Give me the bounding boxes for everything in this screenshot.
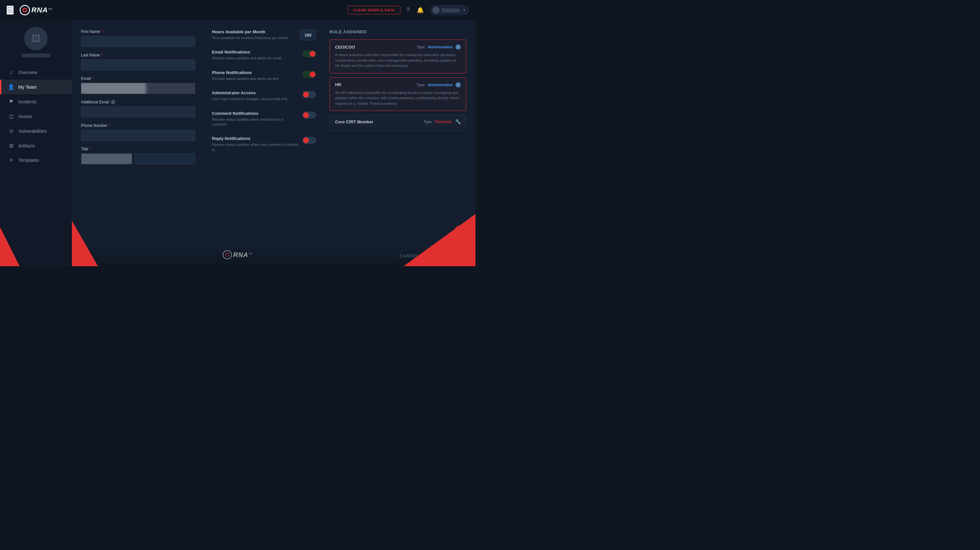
role-type-label: Type: bbox=[423, 120, 432, 124]
logo-icon bbox=[20, 5, 30, 15]
sidebar-username bbox=[21, 54, 51, 57]
admin-access-desc: Can make extensive changes, versus read-… bbox=[212, 97, 299, 101]
role-name: HR bbox=[335, 82, 341, 87]
title-group: Title * bbox=[81, 147, 195, 165]
sidebar-item-label: Artifacts bbox=[18, 143, 35, 149]
phone-notif-toggle[interactable] bbox=[302, 71, 316, 78]
role-info-icon[interactable]: i bbox=[455, 82, 461, 87]
hours-title: Hours Available per Month bbox=[212, 29, 300, 34]
artifacts-icon: ⊞ bbox=[8, 143, 14, 149]
sidebar-item-label: Overview bbox=[18, 70, 37, 75]
last-name-input[interactable] bbox=[81, 59, 195, 70]
templates-icon: ≡ bbox=[8, 157, 14, 163]
toggle-thumb bbox=[310, 71, 315, 77]
reply-notif-info: Reply Notifications Receive status updat… bbox=[212, 136, 299, 152]
clear-sample-data-button[interactable]: CLEAR SAMPLE DATA bbox=[348, 6, 400, 14]
sidebar-accent bbox=[0, 227, 20, 266]
last-name-group: Last Name * bbox=[81, 53, 195, 70]
user-menu[interactable]: ▓▓▓▓▓▓▓ ▾ bbox=[430, 5, 469, 15]
phone-notifications-row: Phone Notifications Receive status updat… bbox=[212, 70, 316, 81]
toggle-thumb bbox=[303, 112, 309, 118]
logo-tm: TM bbox=[48, 7, 52, 10]
role-type-value: Administrative bbox=[428, 83, 453, 87]
sidebar: 🖼 ⌂ Overview 👤 My Team ⚑ Incidents ◫ Ass… bbox=[0, 20, 72, 266]
additional-email-label: Additional Email i bbox=[81, 100, 195, 105]
toggle-track bbox=[302, 91, 316, 98]
email-notif-title: Email Notifications bbox=[212, 49, 299, 54]
first-name-group: First Name * bbox=[81, 29, 195, 47]
role-desc: An HR individual responsible for coordin… bbox=[335, 90, 461, 106]
comment-notif-title: Comment Notifications bbox=[212, 111, 299, 116]
sidebar-item-label: Templates bbox=[18, 158, 39, 163]
role-desc: A senior business executive responsible … bbox=[335, 52, 461, 68]
sidebar-item-label: Assets bbox=[18, 114, 32, 119]
title-input-left[interactable] bbox=[81, 153, 132, 165]
comment-notif-desc: Receive status updates when mentioned in… bbox=[212, 117, 299, 127]
assets-icon: ◫ bbox=[8, 113, 14, 119]
admin-access-info: Administrator Access Can make extensive … bbox=[212, 90, 299, 101]
navbar-right: CLEAR SAMPLE DATA ? 🔔 ▓▓▓▓▓▓▓ ▾ bbox=[348, 5, 469, 15]
additional-email-info-icon[interactable]: i bbox=[111, 100, 115, 105]
sidebar-nav: ⌂ Overview 👤 My Team ⚑ Incidents ◫ Asset… bbox=[0, 65, 72, 167]
hours-info: Hours Available per Month Time available… bbox=[212, 29, 300, 40]
additional-email-input[interactable] bbox=[81, 106, 195, 117]
required-marker: * bbox=[102, 53, 103, 57]
form-column: First Name * Last Name * Email * bbox=[81, 29, 205, 245]
required-marker: * bbox=[92, 76, 94, 81]
admin-access-toggle[interactable] bbox=[302, 91, 316, 98]
toggle-thumb bbox=[303, 92, 309, 98]
update-button[interactable]: UPDATE bbox=[429, 250, 466, 262]
help-button[interactable]: ? bbox=[405, 5, 411, 15]
email-notif-info: Email Notifications Receive status updat… bbox=[212, 49, 299, 61]
phone-notif-info: Phone Notifications Receive status updat… bbox=[212, 70, 299, 81]
phone-number-input[interactable] bbox=[81, 130, 195, 141]
sidebar-item-overview[interactable]: ⌂ Overview bbox=[0, 65, 72, 79]
role-name: Core CIRT Member bbox=[335, 119, 373, 124]
fade-overlay bbox=[330, 124, 466, 131]
title-input-right[interactable] bbox=[135, 153, 195, 165]
email-group: Email * bbox=[81, 76, 195, 94]
role-type-label: Type: bbox=[417, 83, 425, 87]
cancel-button[interactable]: CANCEL bbox=[393, 251, 425, 261]
notifications-column: Hours Available per Month Time available… bbox=[205, 29, 323, 245]
reply-notifications-row: Reply Notifications Receive status updat… bbox=[212, 136, 316, 152]
comment-notif-toggle[interactable] bbox=[302, 112, 316, 119]
role-card-header: Core CIRT Member Type: Technical 🔧 bbox=[335, 119, 461, 124]
email-blur bbox=[81, 83, 195, 94]
role-card-header: CEO/COO Type: Administrative i bbox=[335, 44, 461, 49]
sidebar-item-assets[interactable]: ◫ Assets bbox=[0, 109, 72, 124]
reply-notif-title: Reply Notifications bbox=[212, 136, 299, 141]
toggle-track bbox=[302, 71, 316, 78]
toggle-thumb bbox=[303, 137, 309, 143]
reply-notif-toggle[interactable] bbox=[302, 137, 316, 144]
hamburger-menu-button[interactable]: ☰ bbox=[6, 6, 14, 15]
hours-value[interactable]: 160 bbox=[300, 29, 316, 40]
role-info-icon[interactable]: i bbox=[455, 44, 461, 49]
notifications-button[interactable]: 🔔 bbox=[415, 5, 425, 15]
email-notif-toggle[interactable] bbox=[302, 50, 316, 57]
sidebar-item-incidents[interactable]: ⚑ Incidents bbox=[0, 94, 72, 109]
navbar: ☰ RNATM CLEAR SAMPLE DATA ? 🔔 ▓▓▓▓▓▓▓ ▾ bbox=[0, 0, 476, 20]
sidebar-item-label: Vulnerabilities bbox=[18, 128, 47, 134]
sidebar-item-my-team[interactable]: 👤 My Team bbox=[0, 79, 72, 94]
avatar-icon: 🖼 bbox=[31, 33, 40, 44]
title-label: Title * bbox=[81, 147, 195, 151]
toggle-track bbox=[302, 137, 316, 144]
user-dropdown-icon: ▾ bbox=[463, 8, 465, 12]
chat-button[interactable]: 💬 bbox=[454, 225, 469, 240]
first-name-input[interactable] bbox=[81, 36, 195, 47]
roles-column: Role Assigned CEO/COO Type: Administrati… bbox=[323, 29, 466, 245]
sidebar-item-vulnerabilities[interactable]: ⊙ Vulnerabilities bbox=[0, 124, 72, 138]
sidebar-item-label: Incidents bbox=[18, 99, 37, 105]
toggle-thumb bbox=[310, 51, 315, 57]
role-name: CEO/COO bbox=[335, 45, 355, 49]
email-notifications-row: Email Notifications Receive status updat… bbox=[212, 49, 316, 61]
action-bar: CANCEL UPDATE bbox=[72, 245, 476, 266]
admin-access-title: Administrator Access bbox=[212, 90, 299, 95]
required-marker: * bbox=[90, 147, 91, 151]
user-avatar-small bbox=[432, 6, 439, 14]
sidebar-item-templates[interactable]: ≡ Templates bbox=[0, 153, 72, 167]
required-marker: * bbox=[102, 29, 103, 34]
sidebar-item-artifacts[interactable]: ⊞ Artifacts bbox=[0, 138, 72, 153]
email-notif-desc: Receive status updates and alerts via em… bbox=[212, 56, 299, 61]
